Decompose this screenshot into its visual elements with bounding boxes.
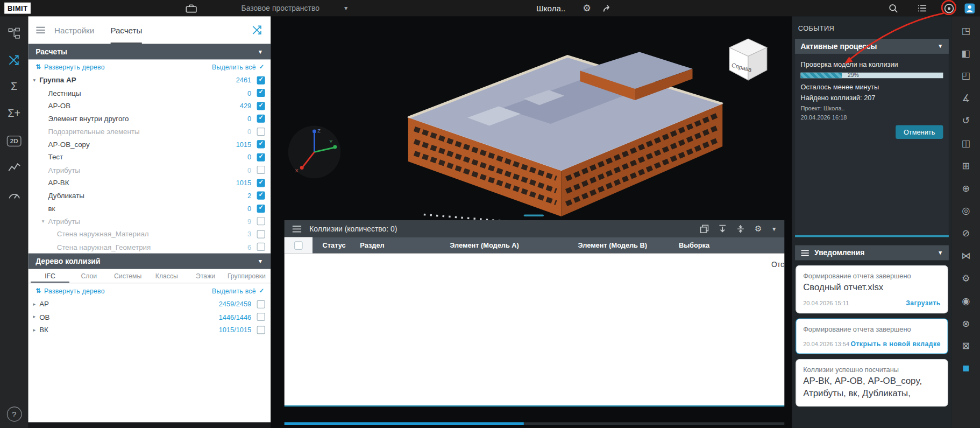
tree-item-checkbox[interactable]	[257, 179, 265, 187]
select-all-link[interactable]: Выделить всё✓	[212, 63, 264, 71]
collisions-menu-icon[interactable]	[292, 225, 302, 233]
charts-icon[interactable]	[3, 157, 25, 179]
rotate-view-icon[interactable]: ↺	[956, 111, 975, 130]
tree-row[interactable]: вк0	[28, 202, 271, 215]
search-icon[interactable]	[885, 0, 901, 16]
active-processes-header[interactable]: Активные процессы ▼	[795, 39, 949, 54]
dashboard-gauge-icon[interactable]	[3, 184, 25, 206]
notifications-header[interactable]: Уведомления ▼	[795, 245, 949, 261]
help-icon[interactable]: ?	[6, 406, 22, 422]
sum-icon[interactable]: Σ	[3, 76, 25, 98]
3d-viewport[interactable]: Справа Z Y X Коллизии (количество: 0)	[271, 16, 792, 428]
tree-row[interactable]: АР-ОВ_copy1015	[28, 138, 271, 151]
grid-view-icon[interactable]: ⊞	[956, 156, 975, 174]
tree-item-checkbox[interactable]	[257, 326, 265, 334]
tree-row[interactable]: Стена наружная_Геометрия6	[28, 241, 271, 254]
tab-classes[interactable]: Классы	[147, 269, 186, 283]
tree-item-checkbox[interactable]	[257, 313, 265, 321]
tab-systems[interactable]: Системы	[108, 269, 147, 283]
horizontal-scrollbar[interactable]	[285, 422, 785, 425]
section-view-icon[interactable]: ◧	[956, 44, 975, 62]
duplicate-icon[interactable]	[700, 224, 709, 233]
2d-view-icon[interactable]: 2D	[3, 130, 25, 152]
building-model[interactable]	[374, 24, 749, 230]
caret-icon[interactable]: ▸	[31, 327, 38, 332]
orientation-icon[interactable]: ◰	[956, 66, 975, 85]
share-icon[interactable]	[599, 0, 615, 16]
home-view-icon[interactable]: ◳	[956, 22, 975, 40]
tree-item-checkbox[interactable]	[257, 217, 265, 226]
collision-mode-icon[interactable]	[251, 24, 263, 36]
tree-item-checkbox[interactable]	[257, 115, 265, 123]
section-cut-icon[interactable]: ⋈	[956, 247, 975, 265]
active-processes-icon[interactable]	[941, 0, 957, 16]
notification-action-link[interactable]: Открыть в новой вкладке	[850, 340, 940, 347]
measure-icon[interactable]: ∡	[956, 89, 975, 107]
cancel-button[interactable]: Отменить	[896, 125, 943, 139]
expand-tree-link[interactable]: ⇅Развернуть дерево	[35, 287, 104, 294]
tree-item-checkbox[interactable]	[257, 76, 265, 84]
tree-row[interactable]: АР-ОВ429	[28, 100, 271, 113]
tab-calculations[interactable]: Расчеты	[110, 16, 142, 44]
tree-item-checkbox[interactable]	[257, 230, 265, 238]
view-settings-icon[interactable]: ⚙	[956, 269, 975, 287]
tree-item-checkbox[interactable]	[257, 89, 265, 97]
tree-item-checkbox[interactable]	[257, 153, 265, 161]
panel-menu-icon[interactable]	[35, 26, 46, 34]
user-avatar[interactable]	[961, 0, 977, 16]
tab-groupings[interactable]: Группировки	[225, 269, 268, 283]
caret-icon[interactable]: ▾	[39, 219, 47, 224]
tree-row[interactable]: ▾Атрибуты9	[28, 215, 271, 228]
tree-row[interactable]: Стена наружная_Материал3	[28, 228, 271, 241]
tree-row[interactable]: Тест0	[28, 151, 271, 164]
workspace-selector[interactable]: Базовое пространство ▼	[242, 0, 349, 16]
focus-icon[interactable]: ⊕	[956, 179, 975, 197]
notifications-menu-icon[interactable]	[801, 249, 809, 256]
tree-item-checkbox[interactable]	[257, 166, 265, 174]
caret-icon[interactable]: ▸	[31, 314, 38, 320]
show-all-icon[interactable]: ◉	[956, 291, 975, 310]
notification-card[interactable]: Формирование отчета завершеноСводный отч…	[796, 265, 948, 313]
select-all-link[interactable]: Выделить всё✓	[212, 287, 264, 294]
navigation-cube[interactable]: Справа	[722, 32, 772, 86]
tree-item-checkbox[interactable]	[257, 205, 265, 213]
orbit-icon[interactable]: ◎	[956, 201, 975, 220]
tree-item-checkbox[interactable]	[257, 192, 265, 200]
tree-item-checkbox[interactable]	[257, 300, 265, 308]
tree-row[interactable]: ▸ОВ1446/1446	[28, 311, 271, 324]
model-cube-icon[interactable]: ■	[956, 359, 975, 377]
tree-item-checkbox[interactable]	[257, 102, 265, 110]
axis-gizmo[interactable]: Z Y X	[286, 124, 343, 180]
hide-icon[interactable]: ⊗	[956, 314, 975, 332]
sum-add-icon[interactable]: Σ+	[3, 103, 25, 125]
collision-check-icon[interactable]	[3, 50, 25, 71]
tree-row[interactable]: Атрибуты0	[28, 164, 271, 177]
collapse-panel-icon[interactable]: ▼	[771, 226, 777, 232]
tree-row[interactable]: Элемент внутри другого0	[28, 113, 271, 125]
projects-icon[interactable]	[183, 0, 199, 16]
tree-row[interactable]: АР-ВК1015	[28, 177, 271, 190]
split-view-icon[interactable]: ◫	[956, 134, 975, 152]
tree-row[interactable]: ▾Группа АР2461	[28, 74, 271, 87]
tree-item-checkbox[interactable]	[257, 141, 265, 149]
calculations-section-header[interactable]: Расчеты ▼	[28, 44, 271, 59]
tab-settings[interactable]: Настройки	[54, 16, 94, 44]
project-settings-icon[interactable]: ⚙	[579, 0, 595, 16]
isolate-icon[interactable]: ⊠	[956, 336, 975, 355]
fit-rows-icon[interactable]	[736, 224, 745, 233]
clip-plane-icon[interactable]: ⊘	[956, 224, 975, 242]
tab-floors[interactable]: Этажи	[186, 269, 225, 283]
tree-row[interactable]: ▸ВК1015/1015	[28, 324, 271, 336]
select-all-checkbox[interactable]	[294, 241, 302, 249]
caret-icon[interactable]: ▾	[31, 78, 38, 83]
notification-action-link[interactable]: Загрузить	[906, 299, 941, 306]
tree-item-checkbox[interactable]	[257, 243, 265, 251]
tree-row[interactable]: Лестницы0	[28, 87, 271, 100]
export-report-icon[interactable]	[719, 224, 727, 233]
notification-card[interactable]: Коллизии успешно посчитаныАР-ВК, АР-ОВ, …	[796, 359, 948, 406]
tree-row[interactable]: ▸АР2459/2459	[28, 298, 271, 311]
caret-icon[interactable]: ▸	[31, 301, 38, 307]
task-list-icon[interactable]	[914, 0, 930, 16]
tab-layers[interactable]: Слои	[69, 269, 108, 283]
tree-item-checkbox[interactable]	[257, 128, 265, 136]
